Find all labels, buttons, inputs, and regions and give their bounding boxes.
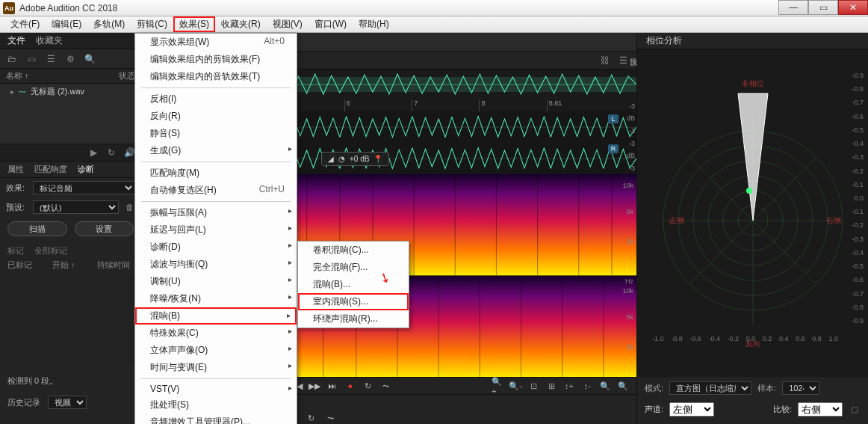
maximize-button[interactable]: ▭ bbox=[808, 0, 838, 15]
minimize-button[interactable]: — bbox=[778, 0, 808, 15]
menu-filter[interactable]: 滤波与均衡(Q) bbox=[135, 256, 297, 273]
menu-edit-track-fx[interactable]: 编辑效果组内的音轨效果(T) bbox=[135, 68, 297, 85]
record-button[interactable]: ● bbox=[344, 380, 356, 392]
menu-silence[interactable]: 静音(S) bbox=[135, 125, 297, 142]
open-icon[interactable]: 🗁 bbox=[6, 53, 18, 65]
file-list: ▸ ⁓ 无标题 (2).wav bbox=[0, 84, 141, 144]
tab-match-loudness[interactable]: 匹配响度 bbox=[34, 164, 67, 175]
menu-edit-clip-fx[interactable]: 编辑效果组内的剪辑效果(F) bbox=[135, 51, 297, 68]
menu-reverse[interactable]: 反向(R) bbox=[135, 108, 297, 125]
zoom-in-icon[interactable]: 🔍+ bbox=[492, 380, 503, 392]
menu-file[interactable]: 文件(F) bbox=[4, 16, 46, 32]
svg-text:右侧: 右侧 bbox=[826, 216, 841, 224]
zoom-sel-icon[interactable]: ⊞ bbox=[545, 380, 557, 392]
history-select[interactable]: 视频 bbox=[48, 396, 87, 409]
tab-favorites[interactable]: 收藏夹 bbox=[36, 34, 63, 47]
settings-square-icon[interactable]: ▢ bbox=[849, 404, 861, 416]
loop-icon[interactable]: ↻ bbox=[105, 147, 117, 159]
mode-select[interactable]: 直方图（日志缩放） bbox=[669, 381, 751, 395]
menu-edit[interactable]: 编辑(E) bbox=[46, 16, 87, 32]
skip-silence-button[interactable]: ⤳ bbox=[380, 380, 392, 392]
ratio-select[interactable]: 右侧 bbox=[798, 402, 843, 417]
forward-button[interactable]: ▶▶ bbox=[309, 380, 320, 392]
submenu-surround-reverb[interactable]: 环绕声混响(R)... bbox=[298, 310, 409, 328]
menu-stereo[interactable]: 立体声声像(O) bbox=[135, 342, 297, 359]
settings-button[interactable]: 设置 bbox=[75, 221, 134, 236]
preset-select[interactable]: (默认) bbox=[33, 200, 119, 214]
menu-plugin-manager[interactable]: 音频增效工具管理器(P)... bbox=[135, 414, 297, 424]
menu-time-pitch[interactable]: 时间与变调(E) bbox=[135, 359, 297, 376]
effects-menu-dropdown: 显示效果组(W)Alt+0 编辑效果组内的剪辑效果(F) 编辑效果组内的音轨效果… bbox=[134, 33, 297, 424]
menu-vst[interactable]: VST(V) bbox=[135, 381, 297, 396]
col-name[interactable]: 名称 ↑ bbox=[6, 70, 29, 82]
menu-clip[interactable]: 剪辑(C) bbox=[131, 16, 173, 32]
svg-text:左侧: 左侧 bbox=[669, 216, 684, 224]
menu-favorites[interactable]: 收藏夹(R) bbox=[215, 16, 267, 32]
col-status[interactable]: 状态 bbox=[119, 70, 135, 82]
menu-window[interactable]: 窗口(W) bbox=[309, 16, 353, 32]
subtab-all-markers[interactable]: 全部标记 bbox=[34, 245, 67, 256]
t-loop[interactable]: ↻ bbox=[305, 412, 317, 424]
view-icon[interactable]: ☰ bbox=[617, 55, 629, 67]
phase-top-label: 非相位 bbox=[742, 79, 764, 87]
zoom-out-icon[interactable]: 🔍- bbox=[509, 380, 521, 392]
submenu-convolution-reverb[interactable]: 卷积混响(C)... bbox=[298, 242, 409, 259]
zoom-full-icon[interactable]: ⊡ bbox=[527, 380, 539, 392]
waveform-icon: ⁓ bbox=[19, 87, 26, 96]
tab-files[interactable]: 文件 bbox=[7, 34, 25, 47]
menu-effects[interactable]: 效果(S) bbox=[173, 16, 215, 32]
zoom-out2-icon[interactable]: 🔍 bbox=[617, 380, 629, 392]
menu-delay[interactable]: 延迟与回声(L) bbox=[135, 221, 297, 239]
scan-button[interactable]: 扫描 bbox=[7, 221, 67, 236]
signal-icon: ◢ bbox=[328, 155, 334, 163]
effect-label: 效果: bbox=[6, 182, 28, 194]
submenu-reverb[interactable]: 混响(B)... bbox=[298, 276, 409, 293]
menu-show-rack[interactable]: 显示效果组(W)Alt+0 bbox=[135, 34, 297, 51]
tab-properties[interactable]: 属性 bbox=[7, 164, 24, 175]
volume-indicator[interactable]: ◢ ◔ +0 dB 📍 bbox=[321, 152, 389, 166]
zoom-v-out-icon[interactable]: ↕- bbox=[581, 380, 593, 392]
record-icon[interactable]: ▭ bbox=[25, 53, 37, 65]
loop-button[interactable]: ↻ bbox=[362, 380, 374, 392]
chain-icon[interactable]: ⛓ bbox=[599, 55, 611, 67]
sample-select[interactable]: 1024 bbox=[782, 381, 819, 395]
submenu-studio-reverb[interactable]: 室内混响(S)... bbox=[298, 293, 409, 310]
svg-marker-48 bbox=[738, 93, 768, 221]
menu-generate[interactable]: 生成(G) bbox=[135, 142, 297, 159]
menu-diagnostics[interactable]: 诊断(D) bbox=[135, 239, 297, 256]
gear-icon[interactable]: ⚙ bbox=[64, 53, 76, 65]
trash-icon[interactable]: 🗑 bbox=[123, 201, 135, 213]
zoom-v-in-icon[interactable]: ↕+ bbox=[563, 380, 575, 392]
speaker-icon[interactable]: 🔊 bbox=[123, 147, 135, 159]
close-button[interactable]: ✕ bbox=[838, 0, 868, 15]
menu-reverb[interactable]: 混响(B) bbox=[135, 307, 297, 325]
list-item[interactable]: ▸ ⁓ 无标题 (2).wav bbox=[0, 84, 141, 99]
detected-text: 检测到 0 段。 bbox=[0, 369, 141, 393]
subtab-markers[interactable]: 标记 bbox=[7, 245, 24, 256]
menu-match-loudness[interactable]: 匹配响度(M) bbox=[135, 165, 297, 182]
svg-point-49 bbox=[746, 188, 752, 194]
play-icon[interactable]: ▶ bbox=[87, 147, 99, 159]
file-name: 无标题 (2).wav bbox=[31, 86, 84, 97]
menu-multitrack[interactable]: 多轨(M) bbox=[87, 16, 131, 32]
menu-help[interactable]: 帮助(H) bbox=[353, 16, 395, 32]
menu-view[interactable]: 视图(V) bbox=[267, 16, 309, 32]
effect-select[interactable]: 标记音频 bbox=[33, 181, 135, 194]
search-icon[interactable]: 🔍 bbox=[84, 53, 96, 65]
tab-diagnostics[interactable]: 诊断 bbox=[78, 164, 94, 175]
multitrack-icon[interactable]: ☰ bbox=[45, 53, 57, 65]
menu-batch[interactable]: 批处理(S) bbox=[135, 396, 297, 414]
reverb-submenu: 卷积混响(C)... 完全混响(F)... 混响(B)... 室内混响(S)..… bbox=[297, 241, 409, 328]
submenu-full-reverb[interactable]: 完全混响(F)... bbox=[298, 259, 409, 276]
zoom-in2-icon[interactable]: 🔍 bbox=[599, 380, 611, 392]
col-start: 开始 ↑ bbox=[52, 259, 82, 271]
t-skip[interactable]: ⤳ bbox=[324, 412, 336, 424]
menu-noise-reduction[interactable]: 降噪/恢复(N) bbox=[135, 290, 297, 307]
menu-special[interactable]: 特殊效果(C) bbox=[135, 325, 297, 342]
skip-end-button[interactable]: ⏭ bbox=[326, 380, 338, 392]
channel-select[interactable]: 左侧 bbox=[669, 402, 714, 417]
menu-amplitude[interactable]: 振幅与压限(A) bbox=[135, 204, 297, 221]
menu-auto-heal[interactable]: 自动修复选区(H)Ctrl+U bbox=[135, 182, 297, 199]
menu-invert[interactable]: 反相(I) bbox=[135, 90, 297, 108]
menu-modulation[interactable]: 调制(U) bbox=[135, 273, 297, 290]
